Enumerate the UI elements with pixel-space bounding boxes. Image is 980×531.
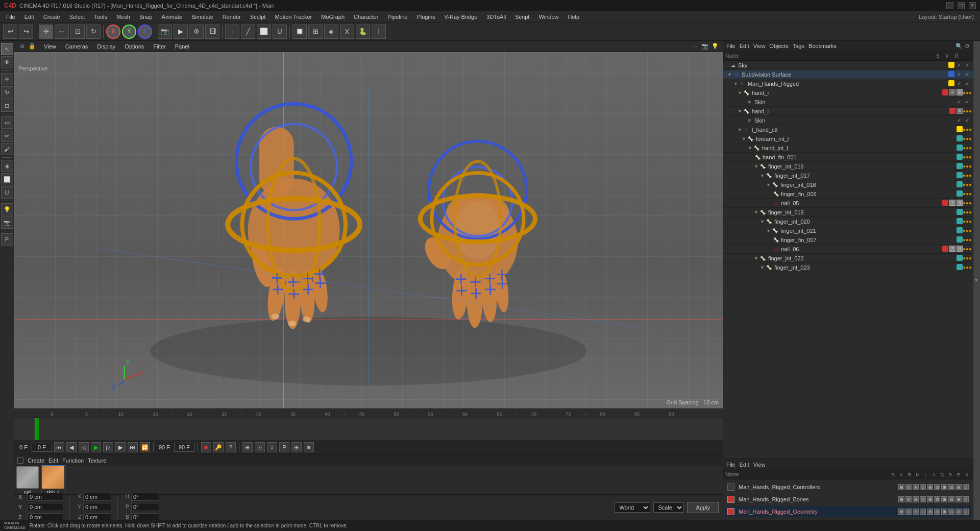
f021-arrow[interactable]: ▼ (766, 228, 771, 233)
n05-norm-icon[interactable]: N (957, 200, 963, 206)
n05-dots[interactable]: ●●● (964, 200, 971, 207)
toolbar-uvw-mode[interactable]: U (273, 25, 287, 39)
obj-finger-021[interactable]: ▼ 🦴 finger_jnt_021 ●●● (723, 226, 973, 235)
far-right-tab[interactable]: ▸ (973, 41, 980, 520)
end-frame-input[interactable] (174, 443, 194, 452)
mat-geo-icon-9[interactable]: ⊞ (955, 509, 962, 515)
toolbar-rotate[interactable]: ↻ (86, 25, 101, 39)
obj-hand-r[interactable]: ▼ 🦴 hand_r ⊞ ● ●●● (723, 88, 973, 98)
obj-finger-fin-007[interactable]: 🦴 finger_fin_007 ●●● (723, 235, 973, 245)
viewport-filter-menu[interactable]: Filter (151, 42, 167, 51)
obj-subdivision[interactable]: ▼ ⬡ Subdivision Surface ✓ ✓ (723, 70, 973, 79)
f017-color-dot[interactable] (957, 172, 963, 178)
skinl-check-2[interactable]: ✓ (964, 117, 971, 124)
tool-light[interactable]: 💡 (1, 203, 13, 215)
mhr-check-1[interactable]: ✓ (955, 80, 963, 87)
tool-paint[interactable]: ✏ (1, 130, 13, 142)
mat-bones-icon-8[interactable]: ⊡ (948, 496, 954, 502)
subdiv-arrow[interactable]: ▼ (727, 72, 732, 77)
menu-motion-tracker[interactable]: Motion Tracker (271, 13, 316, 21)
scene-icon-light[interactable]: 💡 (710, 42, 720, 51)
forearm-color-dot[interactable] (957, 135, 963, 141)
obj-finger-022[interactable]: ▼ 🦴 finger_jnt_022 ●●● (723, 254, 973, 263)
handl-color-dot[interactable] (949, 108, 955, 114)
mat-controllers[interactable]: Man_Hands_Rigged_Controllers ⊞ ⊡ ⊞ ⊡ ⊞ ⊡… (725, 481, 971, 493)
obj-file-menu[interactable]: File (726, 43, 736, 49)
toolbar-render-view[interactable]: ▶ (174, 25, 188, 39)
mat-bones-icon-5[interactable]: ⊞ (927, 496, 933, 502)
vp-icon-2[interactable]: 🔒 (28, 42, 37, 51)
handr-dots[interactable]: ●●● (964, 89, 971, 96)
n06-tex-icon[interactable]: T (949, 246, 955, 252)
menu-character[interactable]: Character (350, 13, 382, 21)
obj-finger-016[interactable]: ▼ 🦴 finger_int_016 ●●● (723, 162, 973, 171)
menu-simulate[interactable]: Simulate (187, 13, 217, 21)
mat-geo-icon-5[interactable]: ⊞ (927, 509, 933, 515)
toolbar-grid[interactable]: ⊞ (308, 25, 323, 39)
material-skin4[interactable]: skin_4 (41, 465, 65, 496)
ff7-color-dot[interactable] (957, 236, 963, 243)
toolbar-render-region[interactable]: 📷 (158, 25, 172, 39)
menu-help[interactable]: Help (564, 13, 584, 21)
ff7-dots[interactable]: ●●● (964, 236, 971, 244)
mat-bones-icon-7[interactable]: ⊞ (941, 496, 947, 502)
mat-ctrl-icon-8[interactable]: ⊡ (948, 484, 954, 490)
menu-snap[interactable]: Snap (135, 13, 157, 21)
obj-hand-l[interactable]: ▼ 🦴 hand_l ⊞ ●●● (723, 107, 973, 116)
pb-motion-3[interactable]: ○ (267, 442, 277, 452)
f020-color-dot[interactable] (957, 218, 963, 224)
obj-view-menu[interactable]: View (753, 43, 766, 49)
f022-arrow[interactable]: ▼ (754, 256, 758, 261)
obj-objects-menu[interactable]: Objects (769, 43, 788, 49)
subdiv-check-1[interactable]: ✓ (955, 71, 963, 78)
minimize-button[interactable]: _ (946, 2, 953, 9)
mat-ctrl-icon-3[interactable]: ⊞ (913, 484, 919, 490)
obj-finger-018[interactable]: ▼ 🦴 finger_jnt_018 ●●● (723, 180, 973, 189)
tool-select[interactable]: ↖ (1, 43, 13, 55)
hf1-color-dot[interactable] (957, 154, 963, 160)
obj-sky[interactable]: ☁ Sky ✓ ✓ (723, 61, 973, 70)
coord-z-input[interactable] (28, 513, 63, 520)
f023-arrow[interactable]: ▼ (760, 265, 765, 270)
mat-bones-icon-6[interactable]: ⊡ (934, 496, 940, 502)
mat-geo-icon-3[interactable]: ⊞ (913, 509, 919, 515)
f020-dots[interactable]: ●●● (964, 218, 971, 225)
mat-bones-icon-3[interactable]: ⊞ (913, 496, 919, 502)
f019-color-dot[interactable] (957, 209, 963, 215)
obj-hand-jnt-l[interactable]: ▼ 🦴 hand_jnt_l ●●● (723, 143, 973, 153)
pb-record[interactable]: ⏺ (201, 442, 211, 452)
toolbar-z-axis[interactable]: Z (138, 25, 152, 39)
mat-mgr-file-menu[interactable]: File (726, 462, 736, 468)
f018-dots[interactable]: ●●● (964, 181, 971, 188)
menu-tools[interactable]: Tools (90, 13, 111, 21)
coord-b-input[interactable] (131, 513, 159, 520)
mat-geometry[interactable]: Man_Hands_Rigged_Geometry ⊞ ⊡ ⊞ ⊡ ⊞ ⊡ ⊞ … (725, 506, 971, 517)
tool-python[interactable]: P (1, 233, 13, 246)
toolbar-display-dots[interactable]: ⁞ (372, 25, 386, 39)
tool-uv[interactable]: U (1, 186, 13, 199)
f023-dots[interactable]: ●●● (964, 264, 971, 271)
handr-icon-1[interactable]: ⊞ (949, 89, 955, 95)
menu-mesh[interactable]: Mesh (112, 13, 134, 21)
sky-color-dot[interactable] (948, 62, 954, 68)
f019-arrow[interactable]: ▼ (754, 210, 758, 215)
viewport-canvas[interactable]: X Y Z Perspective Grid Spacing : 10 cm (14, 52, 723, 408)
toolbar-polygons[interactable]: ⬜ (257, 25, 271, 39)
lhc-dots[interactable]: ●●● (964, 126, 971, 133)
f017-dots[interactable]: ●●● (964, 172, 971, 179)
f019-dots[interactable]: ●●● (964, 209, 971, 216)
mat-panel-toggle[interactable] (17, 457, 23, 464)
coord-rz-input[interactable] (83, 513, 111, 520)
menu-render[interactable]: Render (218, 13, 245, 21)
toolbar-python[interactable]: 🐍 (356, 25, 370, 39)
timeline-start-marker[interactable] (35, 418, 39, 440)
mat-bones-icon-10[interactable]: ⊡ (963, 496, 969, 502)
mat-geo-icon-6[interactable]: ⊡ (934, 509, 940, 515)
mat-function-menu[interactable]: Function (62, 457, 84, 464)
hjl-dots[interactable]: ●●● (964, 144, 971, 152)
subdiv-color-dot[interactable] (948, 71, 954, 77)
mat-ctrl-icon-7[interactable]: ⊞ (941, 484, 947, 490)
mat-geo-icon-1[interactable]: ⊞ (898, 509, 904, 515)
frame-input[interactable] (32, 443, 52, 452)
toolbar-live-selection[interactable]: ✛ (39, 25, 53, 39)
